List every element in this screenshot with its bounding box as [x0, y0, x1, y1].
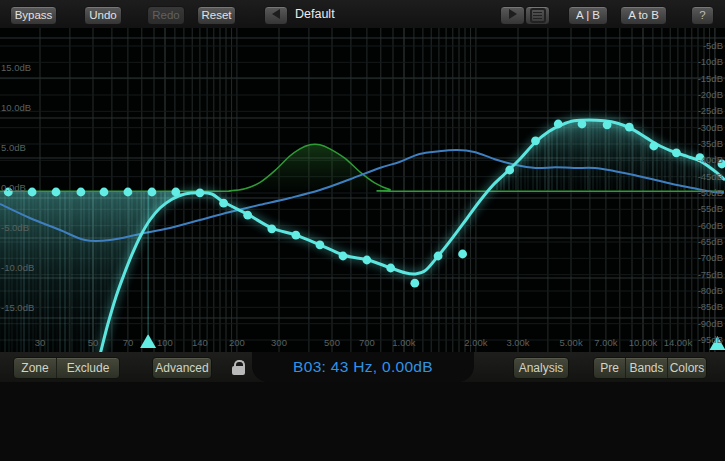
spline-node[interactable]	[386, 264, 395, 273]
seq-s-plugin-window: Bypass Undo Redo Reset Default A | B A t…	[0, 0, 725, 461]
svg-text:15.0dB: 15.0dB	[1, 62, 31, 73]
arrow-left-icon	[272, 9, 280, 19]
svg-text:-40dB: -40dB	[698, 154, 723, 165]
arrow-right-icon	[509, 9, 517, 19]
spline-node[interactable]	[410, 279, 419, 288]
spline-node[interactable]	[148, 188, 157, 197]
spline-node[interactable]	[124, 188, 133, 197]
svg-text:-50dB: -50dB	[698, 187, 723, 198]
advanced-button[interactable]: Advanced	[152, 357, 212, 379]
svg-text:0.0dB: 0.0dB	[1, 182, 26, 193]
a-to-b-button[interactable]: A to B	[620, 6, 667, 25]
svg-text:-80dB: -80dB	[698, 285, 723, 296]
svg-text:-55dB: -55dB	[698, 203, 723, 214]
spline-node[interactable]	[531, 136, 540, 145]
spline-node[interactable]	[554, 120, 563, 129]
svg-text:300: 300	[271, 337, 287, 348]
analysis-button[interactable]: Analysis	[513, 357, 569, 379]
band-readout: B03: 43 Hz, 0.00dB	[252, 352, 474, 382]
view-options-group: Pre Bands Colors	[593, 357, 707, 379]
svg-text:-25dB: -25dB	[698, 105, 723, 116]
svg-text:-30dB: -30dB	[698, 122, 723, 133]
band-marker-layer[interactable]	[140, 194, 725, 350]
svg-text:50: 50	[88, 337, 99, 348]
spline-node[interactable]	[649, 142, 658, 151]
undo-button[interactable]: Undo	[84, 6, 122, 25]
svg-text:30: 30	[35, 337, 46, 348]
spline-node[interactable]	[267, 224, 276, 233]
spline-node[interactable]	[219, 199, 228, 208]
eq-graph[interactable]: 15.0dB10.0dB5.0dB0.0dB-5.0dB-10.0dB-15.0…	[0, 28, 725, 352]
spline-node[interactable]	[603, 120, 612, 129]
svg-text:-20dB: -20dB	[698, 89, 723, 100]
svg-text:-65dB: -65dB	[698, 236, 723, 247]
spline-node[interactable]	[100, 188, 109, 197]
svg-text:-10.0dB: -10.0dB	[1, 262, 34, 273]
spline-node[interactable]	[196, 188, 205, 197]
svg-text:500: 500	[324, 337, 340, 348]
svg-text:140: 140	[192, 337, 208, 348]
readout-panel: B03: 43 Hz, 0.00dB	[252, 352, 474, 382]
zone-exclude-group: Zone Exclude	[13, 357, 120, 379]
svg-text:-15.0dB: -15.0dB	[1, 302, 34, 313]
spline-node[interactable]	[363, 256, 372, 265]
spline-node[interactable]	[625, 123, 634, 132]
svg-text:200: 200	[229, 337, 245, 348]
svg-text:3.00k: 3.00k	[506, 337, 529, 348]
preset-prev-button[interactable]	[264, 6, 288, 25]
spline-node[interactable]	[458, 250, 467, 259]
preset-next-button[interactable]	[500, 6, 525, 25]
spline-node[interactable]	[578, 120, 587, 129]
svg-text:-75dB: -75dB	[698, 269, 723, 280]
spline-node[interactable]	[77, 188, 86, 197]
svg-text:-10dB: -10dB	[698, 56, 723, 67]
svg-text:-85dB: -85dB	[698, 301, 723, 312]
help-button[interactable]: ?	[691, 6, 714, 25]
spline-node[interactable]	[505, 166, 514, 175]
preset-list-icon	[530, 8, 546, 23]
svg-text:70: 70	[123, 337, 134, 348]
pre-button[interactable]: Pre	[594, 358, 626, 378]
spline-node[interactable]	[316, 240, 325, 249]
spline-node[interactable]	[243, 211, 252, 220]
bypass-button[interactable]: Bypass	[10, 6, 57, 25]
zone-button[interactable]: Zone	[14, 358, 57, 378]
svg-text:-5.0dB: -5.0dB	[1, 222, 29, 233]
svg-text:700: 700	[359, 337, 375, 348]
lock-icon[interactable]	[232, 360, 245, 375]
spline-node[interactable]	[672, 148, 681, 157]
spline-node[interactable]	[52, 188, 61, 197]
spline-node[interactable]	[292, 231, 301, 240]
svg-text:-70dB: -70dB	[698, 252, 723, 263]
svg-text:-35dB: -35dB	[698, 138, 723, 149]
toolbar: Bypass Undo Redo Reset Default A | B A t…	[0, 0, 725, 29]
spline-node[interactable]	[434, 252, 443, 261]
bands-button[interactable]: Bands	[626, 358, 668, 378]
footer-panel: NUGEN Audio ••• SEQ-SLinear Phase Spline…	[0, 382, 725, 461]
colors-button[interactable]: Colors	[668, 358, 706, 378]
svg-text:-95dB: -95dB	[698, 334, 723, 345]
svg-text:10.00k: 10.00k	[629, 337, 658, 348]
svg-text:5.0dB: 5.0dB	[1, 142, 26, 153]
svg-text:-90dB: -90dB	[698, 318, 723, 329]
svg-text:14.00k: 14.00k	[664, 337, 693, 348]
svg-text:-60dB: -60dB	[698, 220, 723, 231]
svg-text:-5dB: -5dB	[703, 40, 723, 51]
svg-text:-45dB: -45dB	[698, 171, 723, 182]
exclude-button[interactable]: Exclude	[57, 358, 119, 378]
svg-text:7.00k: 7.00k	[594, 337, 617, 348]
preset-menu-button[interactable]	[525, 6, 550, 25]
svg-text:10.0dB: 10.0dB	[1, 102, 31, 113]
svg-text:1.00k: 1.00k	[392, 337, 415, 348]
reset-button[interactable]: Reset	[197, 6, 236, 25]
svg-text:2.00k: 2.00k	[464, 337, 487, 348]
redo-button[interactable]: Redo	[147, 6, 185, 25]
spline-node[interactable]	[339, 252, 348, 261]
svg-text:100: 100	[157, 337, 173, 348]
spline-node[interactable]	[171, 188, 180, 197]
preset-name[interactable]: Default	[295, 7, 335, 21]
spline-node[interactable]	[28, 188, 37, 197]
svg-text:-15dB: -15dB	[698, 73, 723, 84]
svg-text:5.00k: 5.00k	[559, 337, 582, 348]
ab-compare-button[interactable]: A | B	[568, 6, 608, 25]
